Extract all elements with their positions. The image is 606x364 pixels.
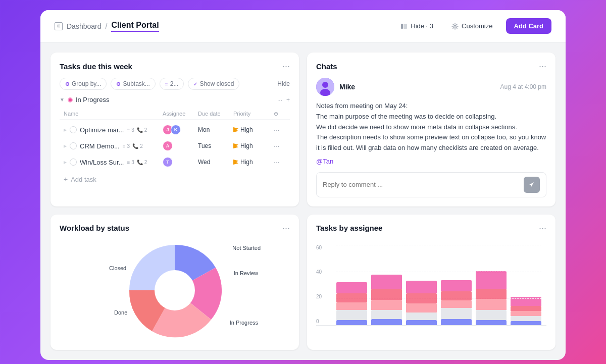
bar-seg-gray-3 <box>406 313 437 320</box>
in-progress-label: In Progress <box>76 96 109 103</box>
col-due-date: Due date <box>198 111 233 117</box>
tasks-more-button[interactable]: ··· <box>282 62 290 71</box>
expand-icon-2[interactable]: ▶ <box>64 144 67 148</box>
tasks-hide-button[interactable]: Hide <box>277 80 290 87</box>
add-card-button[interactable]: Add Card <box>506 18 552 34</box>
svg-rect-0 <box>401 24 403 29</box>
priority-3: High <box>233 159 274 166</box>
reply-box <box>316 172 546 197</box>
bar-seg-pink-6 <box>511 311 541 316</box>
task-name-3: ▶ Win/Loss Sur... ≡ 3 📞 2 <box>64 159 163 166</box>
bar-seg-pink-3 <box>406 303 437 313</box>
tasks-card-title: Tasks due this week <box>60 62 132 71</box>
add-task-button[interactable]: + Add task <box>60 172 290 186</box>
task-more-2[interactable]: ··· <box>274 142 286 150</box>
dashboard-icon: ⊞ <box>55 22 63 30</box>
grid-line-40 <box>336 272 541 272</box>
y-label-20: 20 <box>316 294 322 299</box>
tasks-by-assignee-card: Tasks by assignee ··· 60 40 20 0 <box>307 215 556 350</box>
bar-seg-purple-2 <box>371 319 402 325</box>
in-progress-label: In Progress <box>230 320 258 326</box>
bar-seg-hotpink-3 <box>406 281 437 293</box>
closed-label: Closed <box>109 265 126 271</box>
bar-segment-wrapper-4 <box>441 280 472 325</box>
y-label-0: 0 <box>316 319 322 324</box>
chat-content: Notes from meeting on May 24: The main p… <box>316 101 546 167</box>
task-meta-2: ≡ 3 📞 2 <box>123 143 143 149</box>
task-meta-1: ≡ 3 📞 2 <box>127 127 147 133</box>
bar-seg-purple-4 <box>441 319 472 325</box>
breadcrumb-parent: Dashboard <box>67 22 102 30</box>
bar-seg-purple-6 <box>511 321 541 325</box>
bar-seg-purple-5 <box>476 320 507 325</box>
bar-seg-hotpink-2 <box>371 275 402 289</box>
bar-seg-gray-2 <box>371 310 402 319</box>
tasks-by-assignee-header: Tasks by assignee ··· <box>316 224 546 233</box>
assign-icon-3: 📞 <box>137 160 143 165</box>
svg-point-4 <box>322 82 328 88</box>
task-more-3[interactable]: ··· <box>274 158 286 166</box>
reply-input[interactable] <box>323 181 520 188</box>
add-task-icon: + <box>64 175 68 183</box>
filter-bar: ⚙ Group by... ⚙ Subtask... ≡ 2... ✓ Show… <box>60 78 290 90</box>
bar-seg-red-6 <box>511 306 541 311</box>
add-task-label: Add task <box>71 176 96 183</box>
bar-chart-container: 60 40 20 0 <box>316 240 546 331</box>
svg-rect-1 <box>403 24 407 29</box>
group-more[interactable]: ··· <box>277 96 282 103</box>
priority-label-3: High <box>240 159 253 166</box>
checklist-icon-1: ≡ <box>127 127 130 133</box>
tasks-card: Tasks due this week ··· ⚙ Group by... ⚙ … <box>50 53 299 206</box>
group-by-label: Group by... <box>72 80 101 87</box>
show-closed-filter[interactable]: ✓ Show closed <box>188 78 239 90</box>
col-priority: Priority <box>233 111 274 117</box>
task-more-1[interactable]: ··· <box>274 126 286 134</box>
checklist-icon-3: ≡ <box>127 160 130 165</box>
bar-group-1 <box>336 282 367 325</box>
count-filter[interactable]: ≡ 2... <box>160 78 184 90</box>
priority-flag-1 <box>233 127 238 132</box>
task-date-3: Wed <box>198 159 233 166</box>
expand-icon-1[interactable]: ▶ <box>64 128 67 132</box>
bar-seg-red-4 <box>441 291 472 300</box>
subtask-icon: ⚙ <box>116 81 121 87</box>
grid-line-60 <box>336 245 541 245</box>
group-toggle[interactable]: ▼ <box>60 97 65 102</box>
priority-label-2: High <box>240 142 253 149</box>
priority-label-1: High <box>240 126 253 133</box>
subtask-filter[interactable]: ⚙ Subtask... <box>111 78 155 90</box>
task-text-3: Win/Loss Sur... <box>80 159 124 166</box>
task-circle-3[interactable] <box>70 159 77 166</box>
group-add[interactable]: + <box>286 96 290 103</box>
task-assignee-2: A <box>163 141 198 151</box>
bar-seg-gray-4 <box>441 308 472 319</box>
send-icon <box>528 181 535 188</box>
show-closed-icon: ✓ <box>193 81 197 87</box>
customize-button[interactable]: Customize <box>446 19 497 33</box>
in-progress-dot <box>68 97 73 102</box>
assignee-more-button[interactable]: ··· <box>539 224 546 233</box>
col-add[interactable]: ⊕ <box>274 111 286 117</box>
in-progress-group-header: ▼ In Progress ··· + <box>60 96 290 103</box>
chats-card-header: Chats ··· <box>316 62 546 71</box>
reply-send-button[interactable] <box>524 177 540 193</box>
bar-seg-pink-5 <box>476 299 507 310</box>
expand-icon-3[interactable]: ▶ <box>64 160 67 165</box>
workload-more-button[interactable]: ··· <box>282 224 290 233</box>
group-by-filter[interactable]: ⚙ Group by... <box>60 78 107 90</box>
bar-group-4 <box>441 280 472 325</box>
chats-more-button[interactable]: ··· <box>539 62 546 71</box>
bar-seg-purple-3 <box>406 320 437 325</box>
app-container: ⊞ Dashboard / Client Portal Hide · 3 Cus… <box>40 10 566 360</box>
tasks-card-header: Tasks due this week ··· <box>60 62 290 71</box>
bar-group-3 <box>406 281 437 325</box>
table-row: ▶ Optimize mar... ≡ 3 📞 2 J K Mon High <box>60 122 290 138</box>
task-circle-1[interactable] <box>70 126 77 133</box>
task-circle-2[interactable] <box>70 142 77 149</box>
bar-seg-gray-1 <box>336 310 367 320</box>
task-text-1: Optimize mar... <box>80 126 124 134</box>
chat-username: Mike <box>339 83 355 91</box>
mike-avatar-image <box>316 78 334 96</box>
bar-segment-wrapper-3 <box>406 281 437 325</box>
hide-button[interactable]: Hide · 3 <box>395 19 438 33</box>
